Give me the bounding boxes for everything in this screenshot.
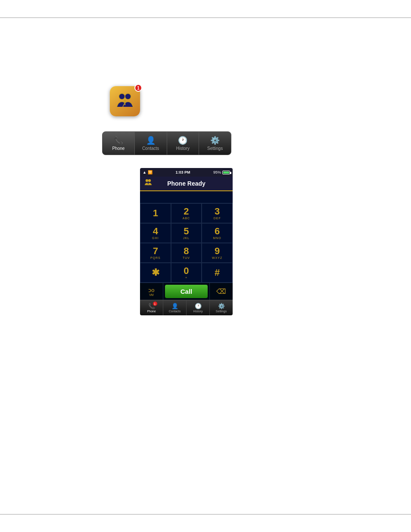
key-1-digit: 1 bbox=[153, 208, 158, 218]
phone-tab-icon: 📞 bbox=[114, 136, 123, 145]
tab-small-history-label: History bbox=[193, 310, 203, 313]
call-button[interactable]: Call bbox=[165, 285, 208, 298]
delete-icon: ⌫ bbox=[216, 287, 226, 296]
key-8[interactable]: 8 TUV bbox=[171, 243, 202, 263]
action-row: ɔo VM Call ⌫ bbox=[140, 283, 233, 300]
tab-small-phone-label: Phone bbox=[147, 310, 156, 313]
history-tab-icon: 🕐 bbox=[178, 136, 187, 145]
key-4[interactable]: 4 GHI bbox=[140, 223, 171, 243]
key-star-digit: ✱ bbox=[152, 268, 159, 277]
key-5-digit: 5 bbox=[184, 227, 189, 236]
key-7-digit: 7 bbox=[153, 246, 158, 256]
svg-point-2 bbox=[146, 179, 148, 182]
status-bar: ▲ 🛜 1:03 PM 95% bbox=[140, 168, 233, 177]
app-icon-wrapper: 1 bbox=[110, 86, 140, 116]
key-8-letters: TUV bbox=[183, 256, 190, 259]
tab-phone-icon: 📞 1 bbox=[148, 303, 155, 309]
key-3-digit: 3 bbox=[215, 207, 220, 216]
app-icon-graphic bbox=[114, 90, 136, 112]
header-bar: Phone Ready bbox=[140, 177, 233, 191]
tab-small-history[interactable]: 🕐 History bbox=[187, 300, 210, 315]
status-bar-right: 95% bbox=[213, 170, 230, 174]
settings-tab-icon: ⚙️ bbox=[210, 136, 220, 145]
history-tab-label: History bbox=[176, 146, 190, 151]
bottom-border bbox=[0, 514, 411, 515]
call-label: Call bbox=[181, 288, 193, 295]
status-time: 1:03 PM bbox=[175, 170, 190, 174]
key-6[interactable]: 6 MNO bbox=[202, 223, 233, 243]
voicemail-label: VM bbox=[149, 293, 154, 296]
tab-large-phone[interactable]: 📞 Phone bbox=[103, 132, 135, 155]
key-6-digit: 6 bbox=[215, 227, 220, 236]
key-9-digit: 9 bbox=[215, 246, 220, 256]
key-4-letters: GHI bbox=[152, 236, 159, 240]
app-icon-badge: 1 bbox=[134, 84, 142, 92]
status-bar-left: ▲ 🛜 bbox=[143, 170, 153, 174]
key-hash[interactable]: # bbox=[202, 263, 233, 283]
dialpad-area: 1 2 ABC 3 DEF 4 GHI 5 JKL 6 MNO bbox=[140, 191, 233, 300]
key-8-digit: 8 bbox=[184, 246, 189, 256]
phone-tab-label: Phone bbox=[112, 146, 125, 151]
key-3-letters: DEF bbox=[214, 217, 221, 220]
key-0-letters: + bbox=[185, 276, 187, 279]
wifi-icon: 🛜 bbox=[148, 170, 153, 174]
key-0[interactable]: 0 + bbox=[171, 263, 202, 283]
keypad-grid: 1 2 ABC 3 DEF 4 GHI 5 JKL 6 MNO bbox=[140, 203, 233, 283]
phone-tab-badge: 1 bbox=[153, 302, 157, 306]
key-hash-digit: # bbox=[215, 268, 220, 277]
key-9[interactable]: 9 WXYZ bbox=[202, 243, 233, 263]
tab-bar-small: 📞 1 Phone 👤 Contacts 🕐 History ⚙️ Settin… bbox=[140, 300, 233, 315]
tab-large-contacts[interactable]: 👤 Contacts bbox=[135, 132, 167, 155]
battery-fill bbox=[223, 171, 229, 174]
tab-bar-large: 📞 Phone 👤 Contacts 🕐 History ⚙️ Settings bbox=[102, 131, 231, 155]
key-star[interactable]: ✱ bbox=[140, 263, 171, 283]
key-2-letters: ABC bbox=[183, 217, 190, 220]
voicemail-icon: ɔo bbox=[148, 287, 154, 293]
tab-small-settings[interactable]: ⚙️ Settings bbox=[210, 300, 233, 315]
tab-contacts-icon: 👤 bbox=[171, 303, 178, 309]
key-7[interactable]: 7 PQRS bbox=[140, 243, 171, 263]
battery-pct: 95% bbox=[213, 170, 221, 174]
app-icon[interactable]: 1 bbox=[110, 86, 140, 116]
tab-large-settings[interactable]: ⚙️ Settings bbox=[199, 132, 231, 155]
delete-button[interactable]: ⌫ bbox=[209, 283, 233, 300]
key-1[interactable]: 1 bbox=[140, 203, 171, 223]
svg-point-1 bbox=[125, 93, 131, 100]
tab-large-history[interactable]: 🕐 History bbox=[167, 132, 199, 155]
tab-small-settings-label: Settings bbox=[216, 310, 227, 313]
battery-icon bbox=[222, 171, 230, 174]
key-5[interactable]: 5 JKL bbox=[171, 223, 202, 243]
contacts-tab-label: Contacts bbox=[142, 146, 159, 151]
header-logo-icon bbox=[143, 178, 153, 189]
signal-icon: ▲ bbox=[143, 170, 146, 174]
svg-point-0 bbox=[119, 93, 125, 100]
tab-small-phone[interactable]: 📞 1 Phone bbox=[140, 300, 163, 315]
key-2-digit: 2 bbox=[184, 207, 189, 216]
iphone-mockup: ▲ 🛜 1:03 PM 95% Phone Ready bbox=[140, 168, 233, 315]
key-9-letters: WXYZ bbox=[212, 256, 222, 259]
key-2[interactable]: 2 ABC bbox=[171, 203, 202, 223]
key-7-letters: PQRS bbox=[150, 256, 161, 259]
tab-small-contacts[interactable]: 👤 Contacts bbox=[163, 300, 187, 315]
settings-tab-label: Settings bbox=[207, 146, 223, 151]
svg-point-3 bbox=[148, 179, 151, 182]
voicemail-button[interactable]: ɔo VM bbox=[140, 283, 163, 300]
key-5-letters: JKL bbox=[183, 236, 190, 240]
display-field[interactable] bbox=[140, 191, 233, 203]
contacts-tab-icon: 👤 bbox=[146, 136, 156, 145]
header-title: Phone Ready bbox=[167, 180, 206, 187]
tab-settings-icon: ⚙️ bbox=[218, 303, 225, 309]
tab-history-icon: 🕐 bbox=[195, 303, 202, 309]
top-border bbox=[0, 17, 411, 18]
key-6-letters: MNO bbox=[213, 236, 221, 240]
key-0-digit: 0 bbox=[184, 266, 189, 276]
tab-small-contacts-label: Contacts bbox=[169, 310, 181, 313]
key-3[interactable]: 3 DEF bbox=[202, 203, 233, 223]
key-4-digit: 4 bbox=[153, 227, 158, 236]
